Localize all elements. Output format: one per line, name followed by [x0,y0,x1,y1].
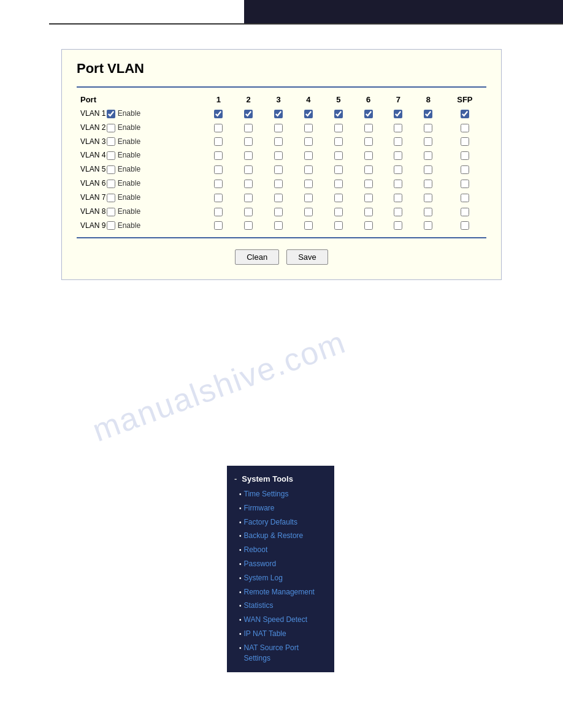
port-checkbox-r4-p7[interactable] [424,165,432,174]
port-checkbox-r3-p4[interactable] [334,151,343,160]
port-checkbox-r0-p7[interactable] [424,110,432,118]
port-checkbox-r4-p3[interactable] [304,165,313,174]
port-checkbox-r4-p5[interactable] [364,165,373,174]
menu-item-4[interactable]: •Reboot [227,543,334,557]
port-checkbox-r4-p1[interactable] [244,165,253,174]
port-checkbox-r6-p5[interactable] [364,194,373,202]
port-checkbox-r5-p8[interactable] [461,180,469,188]
port-checkbox-r4-p6[interactable] [394,165,402,174]
menu-item-10[interactable]: •IP NAT Table [227,627,334,641]
port-checkbox-r6-p4[interactable] [334,194,343,202]
port-checkbox-r8-p6[interactable] [394,221,402,230]
port-checkbox-r0-p8[interactable] [461,110,469,118]
port-checkbox-r6-p2[interactable] [274,194,283,202]
port-checkbox-r0-p5[interactable] [364,110,373,118]
port-checkbox-r6-p0[interactable] [214,194,223,202]
menu-item-8[interactable]: •Statistics [227,599,334,613]
port-checkbox-r2-p4[interactable] [334,137,343,146]
port-checkbox-r3-p7[interactable] [424,151,432,160]
enable-checkbox-7[interactable] [107,208,115,216]
port-checkbox-r2-p3[interactable] [304,137,313,146]
menu-item-5[interactable]: •Password [227,557,334,571]
enable-checkbox-6[interactable] [107,194,115,202]
port-checkbox-r3-p5[interactable] [364,151,373,160]
clean-button[interactable]: Clean [235,249,279,265]
menu-item-11[interactable]: •NAT Source Port Settings [227,641,334,665]
port-checkbox-r7-p5[interactable] [364,208,373,216]
enable-checkbox-3[interactable] [107,151,115,160]
port-checkbox-r2-p1[interactable] [244,137,253,146]
port-checkbox-r7-p0[interactable] [214,208,223,216]
port-checkbox-r4-p8[interactable] [461,165,469,174]
port-checkbox-r1-p3[interactable] [304,124,313,132]
port-checkbox-r4-p2[interactable] [274,165,283,174]
port-checkbox-r0-p3[interactable] [304,110,313,118]
port-checkbox-r0-p0[interactable] [214,110,223,118]
port-checkbox-r3-p1[interactable] [244,151,253,160]
port-checkbox-r5-p3[interactable] [304,180,313,188]
port-checkbox-r7-p6[interactable] [394,208,402,216]
port-checkbox-r2-p2[interactable] [274,137,283,146]
port-checkbox-r5-p4[interactable] [334,180,343,188]
port-checkbox-r5-p6[interactable] [394,180,402,188]
port-checkbox-r8-p4[interactable] [334,221,343,230]
port-checkbox-r2-p5[interactable] [364,137,373,146]
port-checkbox-r6-p6[interactable] [394,194,402,202]
port-checkbox-r0-p4[interactable] [334,110,343,118]
port-checkbox-r7-p8[interactable] [461,208,469,216]
port-checkbox-r5-p0[interactable] [214,180,223,188]
port-checkbox-r1-p1[interactable] [244,124,253,132]
menu-item-9[interactable]: •WAN Speed Detect [227,613,334,627]
enable-checkbox-0[interactable] [107,110,115,118]
enable-checkbox-5[interactable] [107,180,115,188]
menu-item-7[interactable]: •Remote Management [227,585,334,599]
port-checkbox-r8-p8[interactable] [461,221,469,230]
port-checkbox-r3-p8[interactable] [461,151,469,160]
port-checkbox-r3-p2[interactable] [274,151,283,160]
port-checkbox-r4-p0[interactable] [214,165,223,174]
port-checkbox-r5-p7[interactable] [424,180,432,188]
port-checkbox-r2-p0[interactable] [214,137,223,146]
port-checkbox-r0-p1[interactable] [244,110,253,118]
enable-checkbox-2[interactable] [107,137,115,146]
port-checkbox-r6-p1[interactable] [244,194,253,202]
port-checkbox-r6-p3[interactable] [304,194,313,202]
port-checkbox-r6-p7[interactable] [424,194,432,202]
port-checkbox-r3-p6[interactable] [394,151,402,160]
port-checkbox-r8-p3[interactable] [304,221,313,230]
menu-item-2[interactable]: •Factory Defaults [227,515,334,529]
port-checkbox-r3-p3[interactable] [304,151,313,160]
port-checkbox-r1-p4[interactable] [334,124,343,132]
port-checkbox-r5-p2[interactable] [274,180,283,188]
enable-checkbox-1[interactable] [107,124,115,132]
port-checkbox-r5-p5[interactable] [364,180,373,188]
enable-checkbox-4[interactable] [107,165,115,174]
port-checkbox-r8-p1[interactable] [244,221,253,230]
port-checkbox-r8-p0[interactable] [214,221,223,230]
port-checkbox-r8-p7[interactable] [424,221,432,230]
port-checkbox-r1-p2[interactable] [274,124,283,132]
port-checkbox-r8-p2[interactable] [274,221,283,230]
menu-item-6[interactable]: •System Log [227,571,334,585]
port-checkbox-r0-p6[interactable] [394,110,402,118]
port-checkbox-r2-p8[interactable] [461,137,469,146]
port-checkbox-r7-p3[interactable] [304,208,313,216]
port-checkbox-r1-p5[interactable] [364,124,373,132]
port-checkbox-r0-p2[interactable] [274,110,283,118]
port-checkbox-r5-p1[interactable] [244,180,253,188]
port-checkbox-r3-p0[interactable] [214,151,223,160]
port-checkbox-r1-p8[interactable] [461,124,469,132]
port-checkbox-r4-p4[interactable] [334,165,343,174]
menu-item-1[interactable]: •Firmware [227,501,334,515]
port-checkbox-r1-p7[interactable] [424,124,432,132]
port-checkbox-r2-p6[interactable] [394,137,402,146]
port-checkbox-r6-p8[interactable] [461,194,469,202]
port-checkbox-r2-p7[interactable] [424,137,432,146]
save-button[interactable]: Save [286,249,328,265]
port-checkbox-r8-p5[interactable] [364,221,373,230]
port-checkbox-r7-p2[interactable] [274,208,283,216]
port-checkbox-r1-p6[interactable] [394,124,402,132]
port-checkbox-r7-p4[interactable] [334,208,343,216]
port-checkbox-r1-p0[interactable] [214,124,223,132]
port-checkbox-r7-p7[interactable] [424,208,432,216]
